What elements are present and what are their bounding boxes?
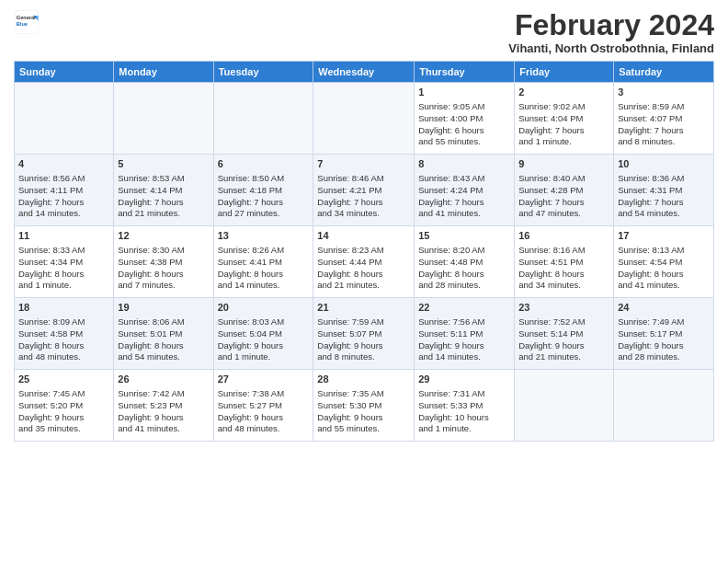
day-number: 15 <box>418 229 510 243</box>
day-info: Daylight: 7 hours <box>518 125 609 137</box>
day-info: Sunrise: 8:50 AM <box>218 173 310 185</box>
day-info: Sunset: 4:11 PM <box>18 185 109 197</box>
day-info: Daylight: 9 hours <box>618 340 710 352</box>
day-info: Daylight: 8 hours <box>18 269 109 281</box>
calendar-cell: 28Sunrise: 7:35 AMSunset: 5:30 PMDayligh… <box>313 370 415 442</box>
day-info: Sunset: 5:33 PM <box>418 400 510 412</box>
day-info: Daylight: 10 hours <box>418 412 510 424</box>
day-info: and 8 minutes. <box>618 136 710 148</box>
calendar-cell: 23Sunrise: 7:52 AMSunset: 5:14 PMDayligh… <box>515 298 614 370</box>
calendar-cell: 11Sunrise: 8:33 AMSunset: 4:34 PMDayligh… <box>15 226 114 298</box>
day-info: and 55 minutes. <box>418 136 510 148</box>
calendar-cell: 12Sunrise: 8:30 AMSunset: 4:38 PMDayligh… <box>114 226 213 298</box>
calendar-cell: 13Sunrise: 8:26 AMSunset: 4:41 PMDayligh… <box>213 226 313 298</box>
day-info: Sunrise: 8:33 AM <box>18 245 109 257</box>
day-number: 20 <box>218 301 310 315</box>
day-number: 8 <box>418 157 510 171</box>
day-info: Sunset: 4:04 PM <box>518 113 609 125</box>
day-info: Sunrise: 7:45 AM <box>18 388 109 400</box>
calendar-cell: 24Sunrise: 7:49 AMSunset: 5:17 PMDayligh… <box>614 298 714 370</box>
day-info: Daylight: 8 hours <box>218 269 310 281</box>
day-info: Sunset: 4:48 PM <box>418 257 510 269</box>
day-info: and 7 minutes. <box>118 280 209 292</box>
day-number: 14 <box>317 229 410 243</box>
calendar-cell: 21Sunrise: 7:59 AMSunset: 5:07 PMDayligh… <box>313 298 415 370</box>
calendar-cell: 18Sunrise: 8:09 AMSunset: 4:58 PMDayligh… <box>15 298 114 370</box>
day-number: 18 <box>18 301 109 315</box>
day-info: Daylight: 8 hours <box>418 269 510 281</box>
day-number: 22 <box>418 301 510 315</box>
calendar-cell: 2Sunrise: 9:02 AMSunset: 4:04 PMDaylight… <box>515 83 614 155</box>
day-info: and 1 minute. <box>418 423 510 435</box>
day-info: Sunrise: 7:59 AM <box>317 316 410 328</box>
day-info: Sunrise: 8:56 AM <box>18 173 109 185</box>
day-info: Sunset: 4:31 PM <box>618 185 710 197</box>
calendar-cell: 8Sunrise: 8:43 AMSunset: 4:24 PMDaylight… <box>415 155 515 226</box>
svg-text:General: General <box>17 15 36 20</box>
day-info: Sunrise: 8:26 AM <box>218 245 310 257</box>
day-info: Sunset: 4:28 PM <box>518 185 609 197</box>
day-info: Daylight: 7 hours <box>218 197 310 209</box>
calendar-cell <box>313 83 415 155</box>
day-info: and 14 minutes. <box>218 280 310 292</box>
day-info: and 21 minutes. <box>518 351 609 363</box>
day-info: and 28 minutes. <box>618 351 710 363</box>
col-wednesday: Wednesday <box>313 62 415 83</box>
day-info: Sunset: 5:04 PM <box>218 328 310 340</box>
day-number: 7 <box>317 157 410 171</box>
day-number: 27 <box>218 373 310 386</box>
calendar-cell: 9Sunrise: 8:40 AMSunset: 4:28 PMDaylight… <box>515 155 614 226</box>
day-info: Daylight: 7 hours <box>317 197 410 209</box>
day-info: and 34 minutes. <box>518 280 609 292</box>
day-number: 25 <box>18 373 109 386</box>
day-info: Sunset: 4:14 PM <box>118 185 209 197</box>
day-info: and 1 minute. <box>218 351 310 363</box>
day-info: Sunset: 4:38 PM <box>118 257 209 269</box>
day-info: Sunset: 5:17 PM <box>618 328 710 340</box>
day-info: Daylight: 9 hours <box>218 340 310 352</box>
day-number: 4 <box>18 157 109 171</box>
day-info: and 34 minutes. <box>317 208 410 220</box>
calendar-cell: 7Sunrise: 8:46 AMSunset: 4:21 PMDaylight… <box>313 155 415 226</box>
day-info: and 27 minutes. <box>218 208 310 220</box>
calendar-cell: 22Sunrise: 7:56 AMSunset: 5:11 PMDayligh… <box>415 298 515 370</box>
day-info: Sunset: 5:30 PM <box>317 400 410 412</box>
calendar-cell: 16Sunrise: 8:16 AMSunset: 4:51 PMDayligh… <box>515 226 614 298</box>
day-number: 1 <box>418 86 510 99</box>
day-info: Daylight: 7 hours <box>418 197 510 209</box>
day-info: and 1 minute. <box>518 136 609 148</box>
day-info: Sunrise: 8:03 AM <box>218 316 310 328</box>
day-number: 28 <box>317 373 410 386</box>
day-number: 5 <box>118 157 209 171</box>
day-info: and 41 minutes. <box>418 208 510 220</box>
day-number: 24 <box>618 301 710 315</box>
day-number: 3 <box>618 86 710 99</box>
day-info: Sunrise: 7:49 AM <box>618 316 710 328</box>
calendar-cell: 20Sunrise: 8:03 AMSunset: 5:04 PMDayligh… <box>213 298 313 370</box>
day-number: 17 <box>618 229 710 243</box>
title-section: February 2024 Vihanti, North Ostrobothni… <box>508 9 714 55</box>
day-info: Daylight: 8 hours <box>317 269 410 281</box>
day-info: Daylight: 9 hours <box>118 412 209 424</box>
calendar-cell: 1Sunrise: 9:05 AMSunset: 4:00 PMDaylight… <box>415 83 515 155</box>
col-monday: Monday <box>114 62 213 83</box>
day-info: Sunset: 4:18 PM <box>218 185 310 197</box>
day-info: Sunrise: 7:42 AM <box>118 388 209 400</box>
calendar-cell: 15Sunrise: 8:20 AMSunset: 4:48 PMDayligh… <box>415 226 515 298</box>
day-info: Sunrise: 8:43 AM <box>418 173 510 185</box>
day-info: Sunrise: 7:38 AM <box>218 388 310 400</box>
day-info: and 14 minutes. <box>18 208 109 220</box>
day-info: Sunrise: 7:35 AM <box>317 388 410 400</box>
day-info: Daylight: 9 hours <box>518 340 609 352</box>
calendar-cell: 25Sunrise: 7:45 AMSunset: 5:20 PMDayligh… <box>15 370 114 442</box>
day-info: Sunset: 4:00 PM <box>418 113 510 125</box>
calendar-cell: 6Sunrise: 8:50 AMSunset: 4:18 PMDaylight… <box>213 155 313 226</box>
day-number: 9 <box>518 157 609 171</box>
day-info: Sunrise: 7:52 AM <box>518 316 609 328</box>
calendar-cell: 4Sunrise: 8:56 AMSunset: 4:11 PMDaylight… <box>15 155 114 226</box>
day-info: Sunrise: 8:23 AM <box>317 245 410 257</box>
calendar-cell <box>515 370 614 442</box>
day-info: and 21 minutes. <box>317 280 410 292</box>
col-tuesday: Tuesday <box>213 62 313 83</box>
calendar-cell <box>15 83 114 155</box>
